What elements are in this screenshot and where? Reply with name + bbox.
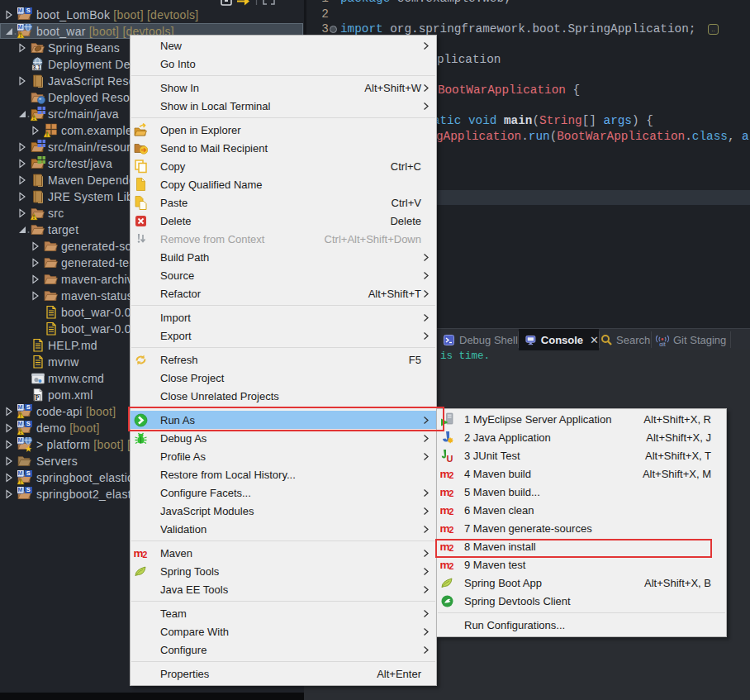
svg-text:2: 2	[449, 488, 454, 498]
svg-text:M: M	[17, 437, 22, 443]
svg-text:M: M	[17, 7, 22, 13]
svg-text:M: M	[17, 421, 22, 426]
svg-text:!: !	[33, 115, 35, 121]
svg-text:git: git	[659, 340, 665, 346]
svg-text:!: !	[20, 412, 21, 418]
svg-text:2: 2	[449, 525, 454, 535]
svg-text:2: 2	[449, 561, 454, 571]
svg-text:M: M	[17, 404, 22, 410]
svg-text:P: P	[36, 394, 40, 402]
svg-text:M: M	[17, 487, 22, 493]
svg-text:S: S	[26, 470, 31, 477]
svg-text:!: !	[33, 214, 35, 220]
svg-text:S: S	[26, 404, 31, 411]
svg-text:2: 2	[449, 507, 454, 517]
svg-text:!: !	[20, 479, 21, 484]
svg-text:S: S	[26, 487, 31, 493]
svg-text:M: M	[17, 24, 22, 30]
svg-text:3.1: 3.1	[33, 64, 41, 70]
svg-text:2: 2	[143, 550, 148, 560]
svg-text:!: !	[20, 429, 21, 435]
svg-text:2: 2	[449, 470, 454, 480]
svg-text:S: S	[26, 7, 31, 14]
svg-text:S: S	[26, 421, 31, 427]
svg-text:!: !	[46, 131, 48, 137]
svg-text:U: U	[447, 454, 453, 464]
svg-text:M: M	[17, 470, 22, 476]
svg-text:!: !	[20, 32, 21, 38]
